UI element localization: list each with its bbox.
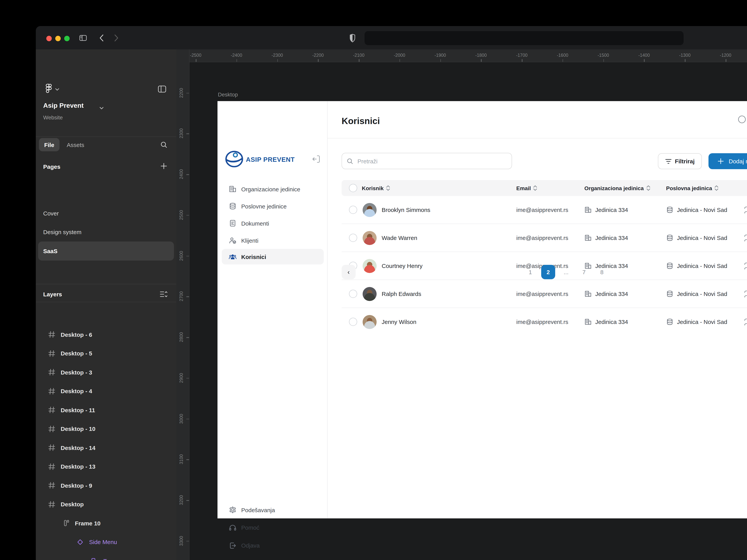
search-field[interactable] [342,153,512,169]
row-action-icon[interactable] [742,318,747,326]
ruler-top-label: -2200 [312,53,324,58]
pagination-prev-button[interactable]: ‹ [342,265,356,279]
minimize-window-button[interactable] [55,36,61,41]
nav-item[interactable]: Poslovne jedinice [222,197,324,215]
frame-label[interactable]: Desktop [218,91,238,98]
column-header[interactable]: Email [516,185,584,191]
layer-type-icon [77,539,84,545]
ruler-tick [186,541,189,541]
layer-item[interactable]: Desktop [36,495,176,514]
row-action-icon[interactable] [742,290,747,298]
sort-icon [714,186,719,191]
filter-button[interactable]: Filtriraj [658,153,702,169]
avatar [363,315,377,329]
ruler-top-label: -2100 [353,53,365,58]
column-header[interactable]: Korisnik [362,185,391,191]
divider [328,138,747,138]
divider [36,284,176,284]
canvas[interactable]: Desktop ASIP PREVENT Organizacione jedin… [176,49,747,560]
add-page-icon[interactable] [160,163,167,169]
table-row[interactable]: Jenny Wilson ime@asipprevent.rs Jedinica… [342,308,747,336]
pagination-page[interactable]: 1 [523,265,537,279]
row-checkbox[interactable] [349,318,357,326]
sidebar-collapse-icon[interactable] [312,155,320,163]
row-action-icon[interactable] [742,206,747,214]
search-icon[interactable] [160,141,167,148]
nav-item-icon [229,219,236,227]
nav-item[interactable]: Organizacione jedinice [222,181,324,197]
chevron-down-icon[interactable] [55,88,59,90]
page-search-icon[interactable] [738,115,747,125]
sort-icon [646,186,651,191]
pagination-page[interactable]: 8 [595,265,609,279]
tab-assets[interactable]: Assets [64,138,87,151]
row-action-icon[interactable] [742,234,747,242]
shield-icon[interactable] [350,34,356,43]
layer-type-icon [48,331,55,338]
coins-icon [666,262,673,269]
collapse-layers-icon[interactable] [160,291,167,297]
nav-item[interactable]: Podešavanja [222,501,324,518]
sort-icon [386,186,391,191]
nav-item[interactable]: Pomoć [222,519,324,536]
layer-type-icon [48,463,55,470]
close-window-button[interactable] [46,36,52,41]
column-header[interactable]: Organizaciona jedinica [584,185,651,191]
building-icon [584,234,592,241]
sidebar-toggle-icon[interactable] [79,35,87,41]
layer-item[interactable]: Desktop - 14 [36,438,176,457]
address-bar[interactable] [365,31,684,45]
layer-item[interactable]: Desktop - 3 [36,363,176,382]
ruler-left-label: 2300 [179,129,184,138]
layer-item[interactable]: Side Menu [36,533,176,552]
search-input[interactable] [357,157,507,165]
table-row[interactable]: Brooklyn Simmons ime@asipprevent.rs Jedi… [342,196,747,224]
layer-item[interactable]: Desktop - 10 [36,420,176,438]
layer-item[interactable]: Desktop - 9 [36,476,176,495]
table-row[interactable]: Wade Warren ime@asipprevent.rs Jedinica … [342,224,747,252]
project-title[interactable]: Asip Prevent [43,102,84,110]
nav-item[interactable]: Klijenti [222,232,324,249]
panel-toggle-icon[interactable] [158,85,166,92]
row-checkbox[interactable] [349,206,357,214]
layer-item[interactable]: Frame 10 [36,514,176,533]
nav-item[interactable]: Korisnici [222,249,324,264]
ruler-left-label: 3300 [179,536,184,546]
add-user-button[interactable]: Dodaj no [709,153,747,169]
pagination-page[interactable]: 2 [541,265,555,279]
ruler-tick [186,419,189,419]
search-icon [347,158,353,164]
figma-logo-icon[interactable] [46,84,52,93]
zoom-window-button[interactable] [64,36,70,41]
layer-item[interactable]: Desktop - 4 [36,382,176,401]
layer-item[interactable]: Desktop - 11 [36,401,176,420]
avatar [363,231,377,245]
pagination-page[interactable]: ... [559,265,573,279]
table-header: Korisnik Email Organizaciona jedinica Po… [342,180,747,196]
pages-header: Pages [43,163,60,170]
layer-item[interactable]: Desktop - 13 [36,457,176,476]
row-action-icon[interactable] [742,262,747,270]
ruler-left-label: 3000 [179,414,184,424]
page-item[interactable]: Cover [36,204,176,223]
row-checkbox[interactable] [349,290,357,298]
pagination-page[interactable]: 7 [577,265,591,279]
table-row[interactable]: Ralph Edwards ime@asipprevent.rs Jedinic… [342,280,747,308]
select-all-checkbox[interactable] [349,184,357,192]
layer-item[interactable]: Desktop - 5 [36,344,176,363]
layer-type-icon [48,444,55,451]
page-item[interactable]: Design system [36,223,176,241]
column-header[interactable]: Poslovna jedinica [666,185,719,191]
tab-file[interactable]: File [39,138,59,151]
forward-icon[interactable] [114,35,119,41]
row-checkbox[interactable] [349,234,357,242]
nav-item[interactable]: Dokumenti [222,215,324,232]
layer-item[interactable]: Top [36,552,176,560]
nav-item[interactable]: Odjava [222,537,324,554]
layer-item[interactable]: Desktop - 6 [36,325,176,344]
ruler-top: -2500-2400-2300-2200-2100-2000-1900-1800… [176,49,747,62]
project-chevron-down-icon[interactable] [100,107,103,109]
ruler-corner [176,49,189,62]
back-icon[interactable] [99,35,104,41]
page-item[interactable]: SaaS [38,241,174,260]
